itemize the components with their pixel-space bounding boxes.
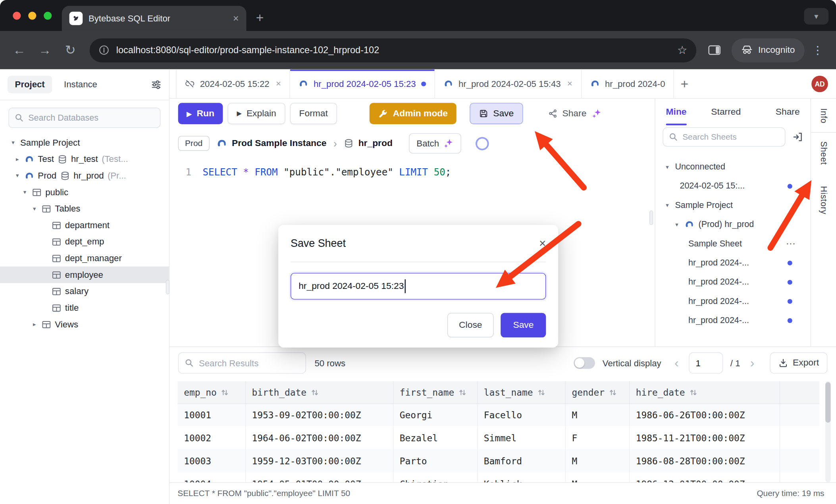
sheet-tab-3[interactable]: hr_prod 2024-02-05 15:43 ×: [435, 69, 582, 98]
chevron-down-icon[interactable]: ▾: [664, 164, 670, 170]
bookmark-star-icon[interactable]: ☆: [677, 44, 687, 56]
tab-history[interactable]: History: [819, 186, 828, 215]
page-input[interactable]: [689, 352, 723, 374]
tab-instance[interactable]: Instance: [58, 76, 104, 93]
run-button[interactable]: ▶ Run: [178, 103, 223, 124]
tree-node-schema-public[interactable]: ▾ public: [0, 184, 169, 200]
results-search-input[interactable]: [199, 358, 300, 368]
sheet-tab-1[interactable]: 2024-02-05 15:22 ×: [176, 69, 290, 98]
prev-page-button[interactable]: ‹: [672, 357, 682, 369]
browser-menu-icon[interactable]: ⋮: [807, 44, 828, 56]
chevron-down-icon[interactable]: ▾: [14, 172, 21, 179]
incognito-badge[interactable]: Incognito: [732, 38, 805, 62]
tree-node-table-dept-manager[interactable]: dept_manager: [0, 250, 169, 267]
results-search[interactable]: [178, 352, 306, 374]
sheet-group-unconnected[interactable]: ▾ Unconnected: [655, 157, 811, 176]
sort-icon[interactable]: [537, 389, 545, 396]
database-search[interactable]: [8, 108, 160, 128]
chevron-down-icon[interactable]: ▾: [21, 189, 28, 195]
tab-close-icon[interactable]: ×: [233, 13, 239, 24]
dialog-close-icon[interactable]: ×: [539, 237, 546, 249]
tab-shared[interactable]: Share: [776, 107, 800, 117]
next-page-button[interactable]: ›: [747, 357, 757, 369]
chevron-down-icon[interactable]: ▾: [673, 221, 680, 228]
sheet-search[interactable]: [663, 127, 785, 146]
chevron-right-icon[interactable]: ▸: [31, 321, 38, 328]
window-minimize-button[interactable]: [28, 12, 36, 20]
chevron-down-icon[interactable]: ▾: [10, 139, 16, 146]
database-selector[interactable]: hr_prod: [344, 138, 393, 149]
tree-node-views-group[interactable]: ▸ Views: [0, 316, 169, 333]
sheet-title-input[interactable]: hr_prod 2024-02-05 15:23: [291, 273, 546, 300]
column-header[interactable]: birth_date: [245, 381, 393, 403]
batch-button[interactable]: Batch: [409, 133, 462, 154]
tree-node-hr-test[interactable]: ▸ Test hr_test (Test...: [0, 151, 169, 167]
open-sheet-icon[interactable]: [792, 132, 803, 142]
sheet-tab-2-active[interactable]: hr_prod 2024-02-05 15:23: [290, 69, 435, 98]
sort-icon[interactable]: [458, 389, 466, 396]
column-header[interactable]: first_name: [393, 381, 477, 403]
sheet-item[interactable]: hr_prod 2024-...: [655, 272, 811, 291]
sheet-item[interactable]: hr_prod 2024-...: [655, 253, 811, 272]
new-sheet-tab-button[interactable]: +: [680, 77, 688, 90]
more-menu-icon[interactable]: ⋯: [786, 238, 797, 250]
sort-icon[interactable]: [609, 389, 617, 396]
tree-node-tables-group[interactable]: ▾ Tables: [0, 200, 169, 217]
sheet-search-input[interactable]: [682, 132, 779, 142]
url-text[interactable]: localhost:8080/sql-editor/prod-sample-in…: [116, 44, 379, 56]
back-button[interactable]: ←: [8, 44, 31, 56]
sheet-item[interactable]: 2024-02-05 15:...: [655, 177, 811, 196]
sheet-item[interactable]: hr_prod 2024-...: [655, 311, 811, 330]
tree-node-table-title[interactable]: title: [0, 300, 169, 316]
sort-icon[interactable]: [689, 389, 697, 396]
format-button[interactable]: Format: [290, 103, 337, 124]
tab-info[interactable]: Info: [819, 108, 828, 124]
panel-resize-handle[interactable]: [649, 211, 653, 225]
admin-mode-button[interactable]: Admin mode: [370, 103, 457, 124]
chevron-right-icon[interactable]: ▸: [14, 156, 21, 162]
instance-selector[interactable]: Prod Sample Instance: [216, 138, 327, 149]
environment-chip[interactable]: Prod: [178, 136, 210, 151]
site-info-icon[interactable]: [98, 45, 109, 56]
chevron-down-icon[interactable]: ▾: [31, 205, 38, 212]
schema-info-circle-icon[interactable]: [476, 137, 489, 150]
user-avatar[interactable]: AD: [811, 76, 828, 92]
tab-sheet[interactable]: Sheet: [819, 141, 828, 165]
tree-node-table-dept-emp[interactable]: dept_emp: [0, 233, 169, 250]
side-panel-icon[interactable]: [704, 45, 725, 56]
tab-project[interactable]: Project: [8, 76, 52, 93]
forward-button[interactable]: →: [33, 44, 56, 56]
tree-node-project[interactable]: ▾ Sample Project: [0, 134, 169, 151]
window-close-button[interactable]: [13, 12, 21, 20]
address-bar[interactable]: localhost:8080/sql-editor/prod-sample-in…: [90, 38, 696, 62]
tab-search-button[interactable]: ▾: [804, 8, 828, 25]
dialog-save-button[interactable]: Save: [501, 313, 546, 337]
window-zoom-button[interactable]: [44, 12, 52, 20]
dialog-close-button[interactable]: Close: [447, 313, 494, 337]
vertical-display-toggle[interactable]: [574, 357, 595, 369]
sheet-db-node[interactable]: ▾ (Prod) hr_prod: [655, 215, 811, 234]
column-header[interactable]: hire_date: [629, 381, 780, 403]
sheet-item-sample[interactable]: Sample Sheet ⋯: [655, 234, 811, 253]
filter-settings-icon[interactable]: [151, 79, 162, 90]
database-search-input[interactable]: [28, 113, 154, 123]
tree-node-hr-prod[interactable]: ▾ Prod hr_prod (Pr...: [0, 167, 169, 184]
tab-starred[interactable]: Starred: [711, 107, 741, 117]
explain-button[interactable]: ▶ Explain: [228, 103, 285, 124]
sort-icon[interactable]: [311, 389, 319, 396]
export-button[interactable]: Export: [770, 352, 827, 374]
results-scrollbar-thumb[interactable]: [825, 382, 830, 423]
column-header[interactable]: last_name: [477, 381, 565, 403]
sheet-item[interactable]: hr_prod 2024-...: [655, 292, 811, 311]
tree-node-table-department[interactable]: department: [0, 217, 169, 234]
sheet-tab-4[interactable]: hr_prod 2024-0: [582, 69, 674, 98]
chevron-down-icon[interactable]: ▾: [664, 202, 670, 208]
sheet-group-project[interactable]: ▾ Sample Project: [655, 196, 811, 215]
close-icon[interactable]: ×: [276, 78, 281, 89]
share-button[interactable]: Share: [539, 103, 611, 124]
column-header[interactable]: gender: [565, 381, 629, 403]
browser-tab[interactable]: Bytebase SQL Editor ×: [62, 6, 247, 31]
tree-node-table-employee[interactable]: employee: [0, 267, 169, 283]
sort-icon[interactable]: [221, 389, 229, 396]
sidebar-resize-handle[interactable]: [166, 280, 170, 294]
